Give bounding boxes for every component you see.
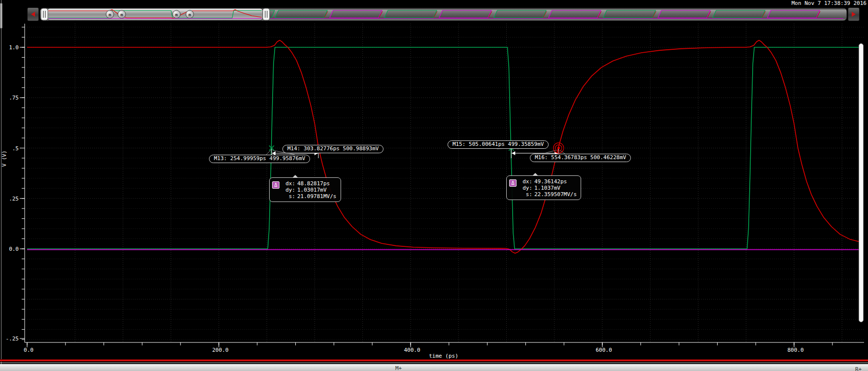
delta-box-notch — [292, 175, 298, 178]
y-tick-label: .75 — [9, 95, 19, 101]
traces — [27, 40, 860, 253]
ruler-arrowhead-left — [512, 151, 515, 155]
x-tick-label: 200.0 — [212, 347, 228, 353]
x-tick-label: 400.0 — [404, 347, 420, 353]
x-tick-label: 600.0 — [595, 347, 612, 353]
x-tick-label: 800.0 — [787, 347, 803, 353]
delta-icon: Δ — [509, 179, 517, 187]
y-tick-label: -.25 — [6, 336, 19, 342]
y-tick-label: 1.0 — [9, 44, 19, 51]
y-tick-label: .5 — [12, 145, 19, 152]
waveform-plot: 1.0.75.5.250.0-.250.0200.0400.0600.0800.… — [0, 0, 868, 371]
x-tick-label: 0.0 — [24, 347, 34, 353]
delta-slope-row: s:22.359507MV/s — [520, 191, 577, 198]
y-tick-label: .25 — [9, 196, 19, 202]
marker-callout-m16[interactable]: M16: 554.36783ps 500.46228mV — [530, 154, 631, 162]
trace-output-response — [27, 40, 860, 253]
delta-dy-row: dy:1.03017mV — [282, 187, 337, 193]
marker-callout-m13[interactable]: M13: 254.99959ps 499.95876mV — [209, 155, 310, 163]
bottom-separator — [0, 359, 868, 364]
marker-callout-m14[interactable]: M14: 303.82776ps 500.98893mV — [282, 145, 383, 153]
y-tick-label: 0.0 — [9, 246, 19, 252]
delta-box-m15-m16[interactable]: Δ dx:49.36142ps dy:1.1037mV s:22.359507M… — [506, 175, 581, 200]
callout-leader-line — [266, 150, 271, 155]
y-axis-title: V (V) — [1, 150, 7, 167]
delta-box-m13-m14[interactable]: Δ dx:48.82817ps dy:1.03017mV s:21.09781M… — [269, 177, 341, 202]
delta-dx-row: dx:48.82817ps — [282, 180, 337, 187]
delta-icon: Δ — [272, 181, 279, 189]
delta-box-notch — [532, 173, 538, 176]
delta-slope-row: s:21.09781MV/s — [282, 193, 337, 200]
delta-dy-row: dy:1.1037mV — [520, 185, 577, 191]
status-bar: M+ R+ — [0, 364, 868, 371]
marker-callout-m15[interactable]: M15: 505.00641ps 499.35859mV — [448, 140, 549, 149]
grid — [27, 24, 864, 342]
right-scrollbar-thumb[interactable] — [859, 43, 864, 322]
delta-dx-row: dx:49.36142ps — [520, 178, 577, 185]
marker-M16-bullseye[interactable] — [557, 147, 560, 149]
status-left-text: M+ — [395, 365, 402, 371]
status-right-text: R+ — [855, 366, 862, 371]
